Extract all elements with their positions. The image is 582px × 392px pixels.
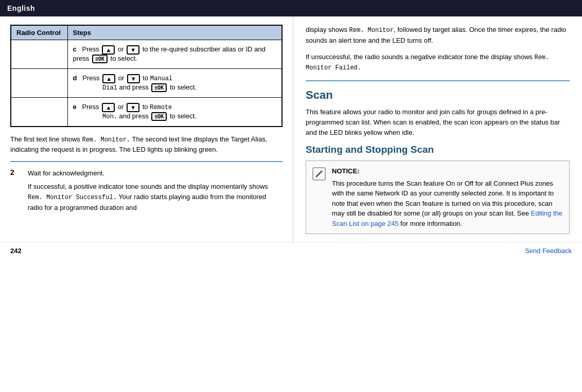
step-d-or: or xyxy=(118,75,126,82)
rem-monitor-right: Rem. Monitor xyxy=(349,27,394,34)
page-number: 242 xyxy=(10,247,22,255)
up-arrow-button-c[interactable]: ▲ xyxy=(102,45,115,55)
right-divider-1 xyxy=(306,80,570,81)
send-feedback-link[interactable]: Send Feedback xyxy=(525,247,572,255)
up-arrow-button-e[interactable]: ▲ xyxy=(102,103,115,112)
step2-section: 2 Wait for acknowledgment. If successful… xyxy=(10,168,283,216)
notice-content: NOTICE: This procedure turns the Scan fe… xyxy=(332,166,563,228)
right-column: display shows Rem. Monitor, followed by … xyxy=(293,16,582,242)
notice-body-text: This procedure turns the Scan feature On… xyxy=(332,180,554,218)
ok-button-c[interactable]: ≡OK xyxy=(92,55,108,63)
left-column: Radio Control Steps c Press ▲ or ▼ to th… xyxy=(0,16,293,242)
edit-icon xyxy=(312,167,326,181)
step-e-text-to: to xyxy=(143,103,150,111)
right-negative-text: If unsuccessful, the radio sounds a nega… xyxy=(306,52,570,73)
step-e-label: e xyxy=(73,103,80,111)
right-top-text: display shows Rem. Monitor, followed by … xyxy=(306,25,570,46)
rem-monitor-successful: Rem. Monitor Successful. xyxy=(28,194,117,201)
language-label: English xyxy=(7,4,35,12)
divider-1 xyxy=(10,161,283,162)
language-bar: English xyxy=(0,0,582,16)
scan-heading: Scan xyxy=(306,88,570,102)
step-d-text-and: and press xyxy=(119,83,151,91)
step2-text1: Wait for acknowledgment. xyxy=(28,168,283,179)
step-d-empty xyxy=(11,69,67,98)
down-arrow-button-d[interactable]: ▼ xyxy=(127,74,140,83)
main-content: Radio Control Steps c Press ▲ or ▼ to th… xyxy=(0,16,582,242)
svg-line-1 xyxy=(321,172,321,172)
step-d-text-end: to select. xyxy=(170,83,197,91)
table-header-radio-control: Radio Control xyxy=(11,25,67,40)
footer: 242 Send Feedback xyxy=(0,242,582,259)
rem-monitor-failed: Rem. Monitor Failed. xyxy=(306,54,549,72)
step-d-text-before: Press xyxy=(82,75,101,82)
steps-table: Radio Control Steps c Press ▲ or ▼ to th… xyxy=(10,25,283,127)
step-d-text-to: to xyxy=(143,75,150,82)
notice-link-suffix: for more information. xyxy=(400,220,462,227)
step-e-text-and: and press xyxy=(119,112,151,120)
step-e-or: or xyxy=(118,103,126,111)
step2-number: 2 xyxy=(10,168,20,176)
step2-text2: If successful, a positive indicator tone… xyxy=(28,182,283,213)
table-row: c Press ▲ or ▼ to the re-quired subscrib… xyxy=(11,40,282,69)
table-row: d Press ▲ or ▼ to Manual Dial and press … xyxy=(11,69,282,98)
step-c-content: c Press ▲ or ▼ to the re-quired subscrib… xyxy=(67,40,282,69)
notice-icon xyxy=(312,167,326,228)
table-row: e Press ▲ or ▼ to Remote Mon. and press … xyxy=(11,98,282,127)
step-e-empty xyxy=(11,98,67,127)
down-arrow-button-e[interactable]: ▼ xyxy=(127,103,139,112)
step-c-text-end: to select. xyxy=(111,55,137,62)
step-c-text-before: Press xyxy=(82,45,101,53)
notice-box: NOTICE: This procedure turns the Scan fe… xyxy=(306,161,570,234)
below-table-paragraph: The first text line shows Rem. Monitor. … xyxy=(10,134,283,155)
step2-content: Wait for acknowledgment. If successful, … xyxy=(28,168,283,216)
starting-stopping-heading: Starting and Stopping Scan xyxy=(306,144,570,155)
notice-title: NOTICE: xyxy=(332,166,563,176)
down-arrow-button-c[interactable]: ▼ xyxy=(127,45,139,55)
step-c-empty xyxy=(11,40,67,69)
step-e-text-end: to select. xyxy=(170,112,197,120)
step-d-content: d Press ▲ or ▼ to Manual Dial and press … xyxy=(67,69,282,98)
step-c-label: c xyxy=(73,45,80,53)
up-arrow-button-d[interactable]: ▲ xyxy=(102,74,115,83)
scan-body-text: This feature allows your radio to monito… xyxy=(306,107,570,138)
table-header-steps: Steps xyxy=(67,25,282,40)
ok-button-e[interactable]: ≡OK xyxy=(151,112,167,121)
step-e-content: e Press ▲ or ▼ to Remote Mon. and press … xyxy=(67,98,282,127)
rem-monitor-mono: Rem. Monitor. xyxy=(82,136,130,144)
step-d-label: d xyxy=(73,75,81,82)
step-c-or: or xyxy=(118,45,126,53)
step-e-text-before: Press xyxy=(82,103,101,111)
ok-button-d[interactable]: ≡OK xyxy=(151,83,167,92)
